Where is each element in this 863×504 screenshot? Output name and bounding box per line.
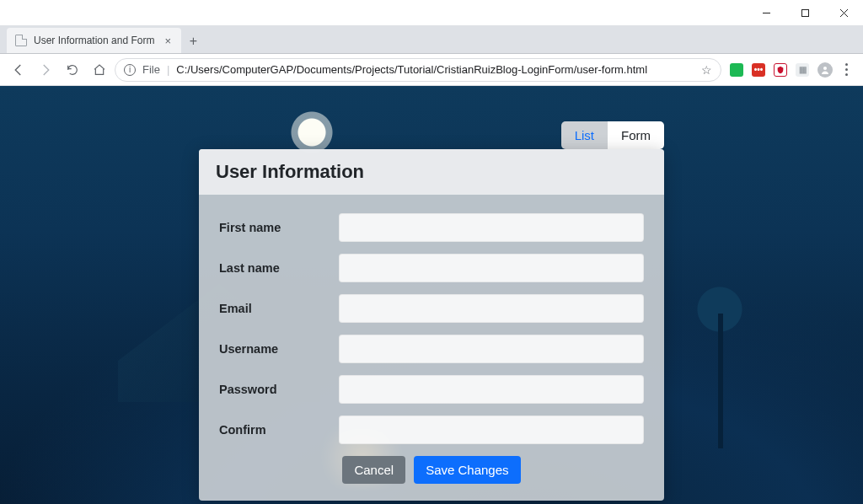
svg-point-4 — [823, 67, 827, 70]
window-close-button[interactable] — [824, 0, 863, 25]
browser-menu-button[interactable] — [836, 63, 856, 76]
user-info-card: User Information First name Last name Em… — [199, 149, 664, 501]
form-row-confirm: Confirm — [219, 416, 644, 444]
card-title: User Information — [216, 161, 647, 183]
extension-icon-grey[interactable]: ▦ — [796, 63, 809, 77]
extension-icon-green[interactable] — [730, 63, 743, 77]
forward-button[interactable] — [34, 58, 57, 82]
input-password[interactable] — [339, 375, 644, 404]
background-decoration — [718, 314, 723, 448]
tab-title: User Information and Form — [34, 35, 154, 46]
profile-avatar[interactable] — [817, 62, 833, 78]
save-button[interactable]: Save Changes — [414, 456, 520, 484]
tab-close-button[interactable]: × — [161, 34, 174, 47]
label-first-name: First name — [219, 221, 339, 234]
address-bar[interactable]: i File | C:/Users/ComputerGAP/Documents/… — [115, 58, 721, 82]
label-confirm: Confirm — [219, 423, 339, 437]
label-username: Username — [219, 342, 339, 356]
window-maximize-button[interactable] — [785, 0, 824, 25]
page-viewport: List Form User Information First name La… — [0, 86, 863, 504]
browser-toolbar: i File | C:/Users/ComputerGAP/Documents/… — [0, 54, 863, 86]
url-text: C:/Users/ComputerGAP/Documents/Projects/… — [176, 63, 694, 76]
window-minimize-button[interactable] — [747, 0, 785, 25]
site-info-icon[interactable]: i — [124, 64, 136, 76]
url-separator: | — [167, 63, 169, 76]
bookmark-star-icon[interactable]: ☆ — [701, 63, 712, 77]
extension-icon-mcafee[interactable] — [774, 63, 787, 77]
url-scheme-label: File — [142, 63, 160, 76]
home-button[interactable] — [88, 58, 111, 82]
label-last-name: Last name — [219, 261, 339, 275]
form-row-email: Email — [219, 294, 644, 323]
nav-pill-form[interactable]: Form — [608, 121, 664, 149]
cancel-button[interactable]: Cancel — [342, 456, 405, 484]
browser-tab-strip: User Information and Form × + — [0, 25, 863, 54]
label-email: Email — [219, 302, 339, 315]
extension-icon-red[interactable]: ••• — [752, 63, 765, 77]
input-username[interactable] — [339, 335, 644, 363]
reload-button[interactable] — [61, 58, 84, 82]
form-row-first-name: First name — [219, 213, 644, 242]
card-body: First name Last name Email Username Pass… — [199, 195, 664, 501]
form-row-username: Username — [219, 335, 644, 363]
window-titlebar — [0, 0, 863, 25]
form-row-last-name: Last name — [219, 254, 644, 282]
svg-rect-1 — [801, 9, 808, 16]
view-switch-nav: List Form — [199, 121, 664, 149]
extension-icons: ••• ▦ — [725, 63, 814, 77]
back-button[interactable] — [7, 58, 30, 82]
input-email[interactable] — [339, 294, 644, 323]
browser-tab-active[interactable]: User Information and Form × — [7, 28, 181, 53]
input-confirm[interactable] — [339, 416, 644, 444]
label-password: Password — [219, 383, 339, 396]
nav-pill-list[interactable]: List — [561, 121, 608, 149]
form-row-password: Password — [219, 375, 644, 404]
input-first-name[interactable] — [339, 213, 644, 242]
new-tab-button[interactable]: + — [181, 29, 205, 53]
card-header: User Information — [199, 149, 664, 195]
form-button-row: Cancel Save Changes — [219, 456, 644, 484]
input-last-name[interactable] — [339, 254, 644, 282]
page-icon — [15, 35, 27, 46]
